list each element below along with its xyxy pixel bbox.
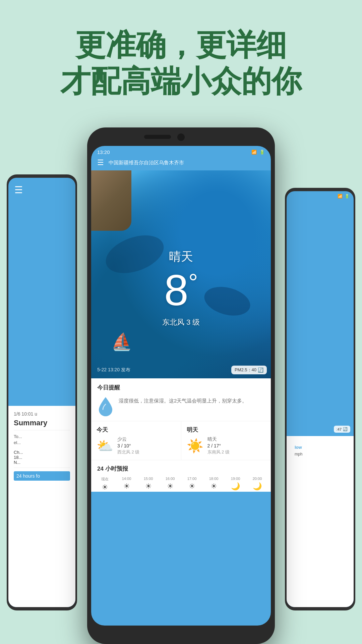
hour-icon: ☀ [138, 482, 159, 491]
left-weather-row: Ch...18...N... [14, 450, 70, 468]
right-status-bar: 📶 🔋 [287, 191, 354, 201]
hour-time: 20:00 [247, 477, 267, 481]
hour-item: 16:00 ☀ [160, 477, 180, 492]
wind-label: 东北风 3 级 [162, 317, 200, 327]
temp-value: 8 [164, 266, 188, 315]
left-summary-label: Summary [14, 419, 70, 430]
status-time: 13:20 [97, 149, 110, 155]
today-weather-row: ⛅ 少云 3 / 10° 西北风 2 级 [97, 436, 176, 455]
speaker-bar [144, 135, 171, 139]
hour-icon: 🌙 [247, 482, 267, 491]
hour-icon: 🌙 [225, 482, 246, 491]
hour-time: 18:00 [203, 477, 224, 481]
hour-time: 16:00 [160, 477, 180, 481]
hour-item: 15:00 ☀ [138, 477, 159, 492]
right-bottom-panel: low mph [287, 436, 354, 607]
camera-dot [177, 133, 185, 141]
hour-time: 现在 [95, 477, 115, 482]
boat-icon: ⛵ [111, 332, 132, 352]
hour-item: 18:00 ☀ [203, 477, 224, 492]
main-screen: 13:20 📶 🔋 ☰ 中国新疆维吾尔自治区乌鲁木齐市 ⛵ [91, 146, 271, 626]
today-col: 今天 ⛅ 少云 3 / 10° 西北风 2 级 [91, 421, 181, 460]
phone-right-screen: 📶 🔋 :47 🔄 low mph [287, 191, 354, 607]
tomorrow-weather-row: ☀️ 晴天 2 / 17° 东南风 2 级 [187, 436, 266, 455]
hour-icon: ☀ [95, 483, 115, 492]
right-refresh-icon: 🔄 [343, 427, 348, 431]
today-condition: 少云 [117, 436, 139, 442]
tomorrow-temp: 2 / 17° [207, 443, 230, 448]
reminder-section: 今日提醒 湿度很低，注意保湿。这2天气温会明显上升，别穿太多。 [91, 378, 271, 421]
status-bar: 13:20 📶 🔋 [91, 146, 271, 157]
left-date-label: 1/6 10:01 u [14, 411, 70, 417]
phone-left-screen: ☰ 1/6 10:01 u Summary To...el... Ch...18… [8, 178, 75, 607]
app-heading: 更准确，更详细 才配高端小众的你 [0, 0, 362, 119]
tomorrow-weather-icon: ☀️ [187, 438, 203, 454]
pm-badge: PM2.5：40 🔄 [231, 366, 267, 374]
left-summary-text: To...el... [14, 434, 70, 446]
tomorrow-condition: 晴天 [207, 436, 230, 442]
left-hours-label: 24 hours fo [14, 471, 70, 481]
top-bar: ☰ 中国新疆维吾尔自治区乌鲁木齐市 [91, 157, 271, 170]
hour-item: 17:00 ☀ [182, 477, 202, 492]
reminder-title: 今日提醒 [97, 384, 265, 391]
weather-hero: ⛵ 晴天 8° 东北风 3 级 5-22 13:20 发布 PM2.5：40 🔄 [91, 170, 271, 378]
tomorrow-info: 晴天 2 / 17° 东南风 2 级 [207, 436, 230, 455]
wifi-icon: 📶 [251, 150, 257, 155]
cliff-decoration [91, 170, 131, 231]
tomorrow-label: 明天 [187, 426, 266, 434]
today-info: 少云 3 / 10° 西北风 2 级 [117, 436, 139, 455]
pm-value: PM2.5：40 [235, 367, 256, 373]
hour-time: 15:00 [138, 477, 159, 481]
weather-condition: 晴天 [169, 249, 193, 265]
hour-icon: ☀ [203, 482, 224, 491]
phones-container: ☰ 1/6 10:01 u Summary To...el... Ch...18… [0, 127, 362, 644]
today-tomorrow-section: 今天 ⛅ 少云 3 / 10° 西北风 2 级 明天 [91, 421, 271, 460]
tomorrow-col: 明天 ☀️ 晴天 2 / 17° 东南风 2 级 [181, 421, 271, 460]
hour-item: 现在 ☀ [95, 477, 115, 492]
tomorrow-wind: 东南风 2 级 [207, 449, 230, 455]
today-weather-icon: ⛅ [97, 438, 113, 454]
hour-icon: ☀ [160, 482, 180, 491]
location-label: 中国新疆维吾尔自治区乌鲁木齐市 [109, 160, 184, 166]
heading-line2: 才配高端小众的你 [0, 63, 362, 99]
hour-item: 14:00 ☀ [116, 477, 137, 492]
hour-item: 20:00 🌙 [247, 477, 267, 492]
temperature-display: 8° [164, 268, 198, 312]
reminder-content: 湿度很低，注意保湿。这2天气温会明显上升，别穿太多。 [97, 395, 265, 416]
left-menu-icon[interactable]: ☰ [14, 184, 23, 196]
hour-time: 14:00 [116, 477, 137, 481]
hourly-row: 现在 ☀ 14:00 ☀ 15:00 ☀ 16:00 ☀ 17:00 ☀ 18:… [91, 477, 271, 492]
phone-back-right: 📶 🔋 :47 🔄 low mph [285, 188, 355, 610]
hour-icon: ☀ [182, 482, 202, 491]
hour-time: 17:00 [182, 477, 202, 481]
battery-icon: 🔋 [259, 150, 265, 155]
bottom-panel: 今日提醒 湿度很低，注意保湿。这2天气温会明显上升，别穿太多。 [91, 378, 271, 492]
heading-line1: 更准确，更详细 [0, 27, 362, 63]
hour-item: 19:00 🌙 [225, 477, 246, 492]
hour-icon: ☀ [116, 482, 137, 491]
reminder-text: 湿度很低，注意保湿。这2天气温会明显上升，别穿太多。 [119, 395, 247, 405]
right-battery-icon: 🔋 [345, 194, 350, 199]
hour-time: 19:00 [225, 477, 246, 481]
right-pm-badge: :47 🔄 [334, 426, 350, 433]
right-hours-row: low [295, 445, 346, 450]
hourly-section: 24 小时预报 现在 ☀ 14:00 ☀ 15:00 ☀ 16:00 ☀ 17:… [91, 460, 271, 492]
today-label: 今天 [97, 426, 176, 434]
left-summary-area: 1/6 10:01 u Summary To...el... Ch...18..… [8, 406, 75, 607]
publish-time: 5-22 13:20 发布 [97, 367, 130, 373]
right-wifi-icon: 📶 [338, 194, 343, 199]
phone-back-left: ☰ 1/6 10:01 u Summary To...el... Ch...18… [7, 174, 77, 610]
phone-main: 13:20 📶 🔋 ☰ 中国新疆维吾尔自治区乌鲁木齐市 ⛵ [87, 127, 275, 644]
today-wind: 西北风 2 级 [117, 449, 139, 455]
water-drop-icon [97, 395, 114, 416]
right-pm-value: :47 [337, 427, 342, 431]
right-value-row: mph [295, 452, 346, 457]
today-temp: 3 / 10° [117, 443, 139, 448]
menu-icon[interactable]: ☰ [97, 158, 104, 167]
hourly-title: 24 小时预报 [91, 465, 271, 473]
refresh-icon[interactable]: 🔄 [258, 367, 263, 373]
status-icons: 📶 🔋 [251, 150, 265, 155]
degree-symbol: ° [188, 269, 198, 295]
